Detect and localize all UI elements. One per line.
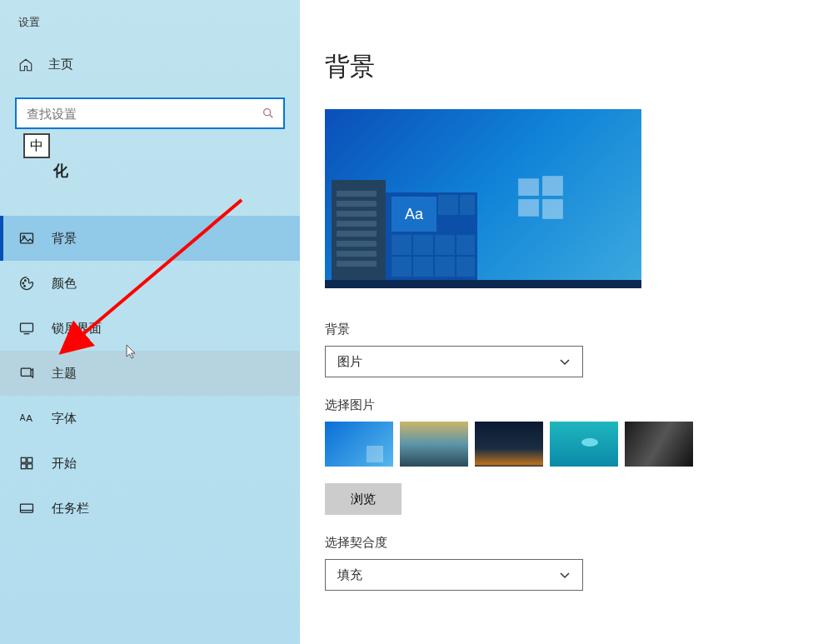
svg-rect-22 <box>542 199 563 219</box>
page-title: 背景 <box>325 50 833 84</box>
font-icon: AA <box>18 410 35 427</box>
svg-line-1 <box>270 115 272 117</box>
sidebar-item-label: 锁屏界面 <box>52 321 102 337</box>
sidebar-home-label: 主页 <box>48 57 73 72</box>
svg-rect-15 <box>27 464 32 469</box>
wallpaper-option-3[interactable] <box>475 422 543 467</box>
ime-indicator[interactable]: 中 <box>23 133 50 158</box>
picture-icon <box>18 230 35 247</box>
sidebar-item-label: 颜色 <box>52 276 77 292</box>
search-icon <box>262 107 275 120</box>
background-label: 背景 <box>325 322 833 337</box>
svg-text:A: A <box>26 412 32 423</box>
svg-text:A: A <box>20 413 26 422</box>
theme-icon <box>18 365 35 382</box>
sidebar-item-start[interactable]: 开始 <box>0 441 300 486</box>
picture-thumbnails <box>325 422 833 467</box>
sidebar-item-label: 任务栏 <box>52 501 89 517</box>
taskbar-icon <box>18 500 35 517</box>
sidebar-item-taskbar[interactable]: 任务栏 <box>0 486 300 531</box>
sidebar: 设置 主页 中 个性化 背景 颜色 <box>0 0 300 644</box>
choose-picture-label: 选择图片 <box>325 397 833 413</box>
start-icon <box>18 455 35 472</box>
dropdown-value: 填充 <box>337 567 362 583</box>
sidebar-home[interactable]: 主页 <box>0 47 300 82</box>
lockscreen-icon <box>18 320 35 337</box>
desktop-preview: Aa <box>325 109 641 288</box>
mouse-cursor <box>125 343 138 360</box>
svg-point-5 <box>25 280 27 282</box>
dropdown-value: 图片 <box>337 354 362 370</box>
chevron-down-icon <box>559 356 571 367</box>
fit-dropdown[interactable]: 填充 <box>325 559 583 591</box>
sidebar-item-background[interactable]: 背景 <box>0 216 300 261</box>
svg-rect-16 <box>21 504 33 512</box>
svg-rect-21 <box>518 199 539 217</box>
sidebar-item-label: 主题 <box>52 366 77 382</box>
preview-tile-aa: Aa <box>392 197 436 232</box>
windows-logo-icon <box>515 172 566 223</box>
sidebar-nav-list: 背景 颜色 锁屏界面 主题 AA 字体 <box>0 216 300 531</box>
sidebar-item-themes[interactable]: 主题 <box>0 351 300 396</box>
svg-rect-13 <box>27 457 32 462</box>
settings-app-title: 设置 <box>0 15 300 47</box>
wallpaper-option-4[interactable] <box>550 422 618 467</box>
wallpaper-option-1[interactable] <box>325 422 393 467</box>
sidebar-item-fonts[interactable]: AA 字体 <box>0 396 300 441</box>
search-input[interactable] <box>15 97 285 129</box>
home-icon <box>18 57 33 72</box>
svg-rect-2 <box>21 233 33 243</box>
svg-point-0 <box>264 109 271 116</box>
chevron-down-icon <box>559 569 571 581</box>
background-type-dropdown[interactable]: 图片 <box>325 346 583 377</box>
svg-rect-20 <box>542 176 563 196</box>
palette-icon <box>18 275 35 292</box>
browse-button[interactable]: 浏览 <box>325 483 402 515</box>
svg-point-4 <box>22 282 24 284</box>
sidebar-item-label: 开始 <box>52 456 77 472</box>
svg-rect-14 <box>21 464 26 469</box>
svg-rect-9 <box>21 368 31 376</box>
sidebar-item-label: 字体 <box>52 411 77 427</box>
svg-point-6 <box>24 286 26 287</box>
sidebar-item-colors[interactable]: 颜色 <box>0 261 300 306</box>
sidebar-search <box>0 97 300 137</box>
svg-rect-19 <box>518 178 539 196</box>
wallpaper-option-2[interactable] <box>400 422 468 467</box>
fit-label: 选择契合度 <box>325 535 833 551</box>
svg-rect-7 <box>21 323 33 332</box>
wallpaper-option-5[interactable] <box>625 422 693 467</box>
sidebar-item-lockscreen[interactable]: 锁屏界面 <box>0 306 300 351</box>
main-content: 背景 Aa 背景 图片 选 <box>300 0 833 644</box>
sidebar-item-label: 背景 <box>52 231 77 247</box>
svg-rect-12 <box>21 457 26 462</box>
